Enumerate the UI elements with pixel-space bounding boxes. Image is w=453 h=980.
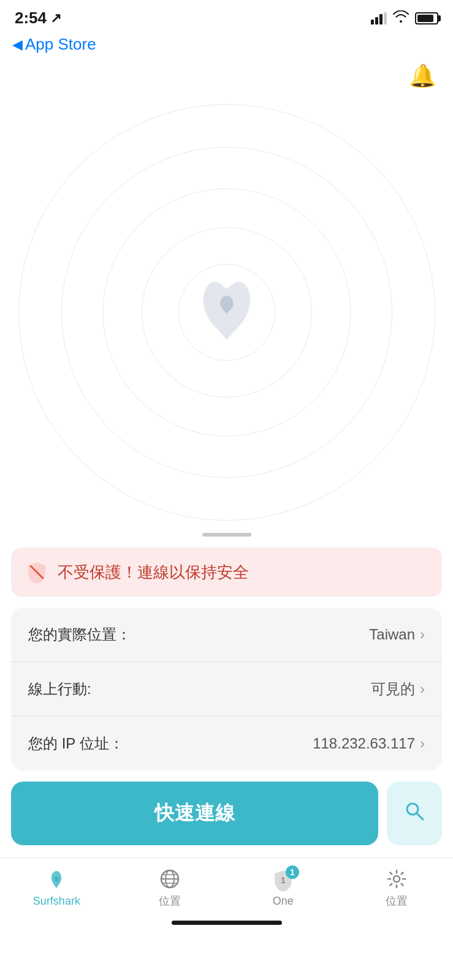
quick-connect-button[interactable]: 快速連線 (11, 782, 378, 845)
svg-point-9 (394, 876, 400, 882)
nav-back[interactable]: ◀ App Store (0, 32, 453, 60)
status-time: 2:54 ↗ (15, 9, 61, 28)
shield-off-icon (26, 561, 48, 583)
surfshark-logo[interactable] (193, 273, 261, 352)
tab-one[interactable]: 1 1 One (227, 869, 340, 908)
surfshark-tab-icon (45, 869, 67, 891)
ip-row[interactable]: 您的 IP 位址： 118.232.63.117 › (11, 717, 442, 771)
location-label: 您的實際位置： (28, 625, 131, 644)
drag-handle (202, 533, 251, 537)
search-button[interactable] (387, 782, 442, 845)
ip-label: 您的 IP 位址： (28, 734, 124, 753)
tab-bar: Surfshark 位置 1 1 One (0, 858, 453, 914)
globe-tab-icon (159, 868, 181, 890)
header-area: 🔔 (0, 60, 453, 98)
bell-icon: 🔔 (409, 63, 436, 89)
activity-label: 線上行動: (28, 679, 91, 699)
signal-icon (371, 12, 387, 24)
battery-icon (415, 12, 438, 24)
search-icon (403, 800, 425, 827)
tab-locations[interactable]: 位置 (113, 868, 227, 908)
activity-row[interactable]: 線上行動: 可見的 › (11, 662, 442, 717)
svg-text:1: 1 (281, 875, 286, 885)
ip-value: 118.232.63.117 (313, 735, 415, 752)
notification-button[interactable]: 🔔 (406, 60, 438, 92)
tab-settings[interactable]: 位置 (340, 868, 453, 908)
location-value: Taiwan (369, 626, 415, 643)
home-indicator (172, 921, 282, 925)
one-badge: 1 (286, 865, 299, 879)
back-chevron-icon: ◀ (12, 37, 23, 53)
tab-one-label: One (273, 895, 294, 908)
warning-text: 不受保護！連線以保持安全 (58, 562, 249, 583)
location-arrow-icon: ↗ (50, 10, 61, 26)
tab-surfshark-label: Surfshark (33, 895, 80, 908)
location-row[interactable]: 您的實際位置： Taiwan › (11, 608, 442, 662)
activity-chevron-icon: › (420, 680, 425, 698)
wifi-icon (393, 10, 409, 26)
tab-locations-label: 位置 (159, 894, 181, 908)
svg-line-2 (417, 813, 423, 820)
gear-tab-icon (386, 868, 408, 890)
vpn-logo-area[interactable] (0, 98, 453, 527)
back-label: App Store (25, 35, 96, 54)
status-bar: 2:54 ↗ (0, 0, 453, 32)
ip-chevron-icon: › (420, 735, 425, 752)
tab-surfshark[interactable]: Surfshark (0, 869, 113, 908)
tab-settings-label: 位置 (386, 894, 408, 908)
status-icons (371, 10, 438, 26)
location-chevron-icon: › (420, 626, 425, 643)
info-card: 您的實際位置： Taiwan › 線上行動: 可見的 › 您的 IP 位址： 1… (11, 608, 442, 771)
warning-banner[interactable]: 不受保護！連線以保持安全 (11, 548, 442, 597)
bottom-actions: 快速連線 (11, 782, 442, 845)
activity-value: 可見的 (371, 679, 415, 699)
